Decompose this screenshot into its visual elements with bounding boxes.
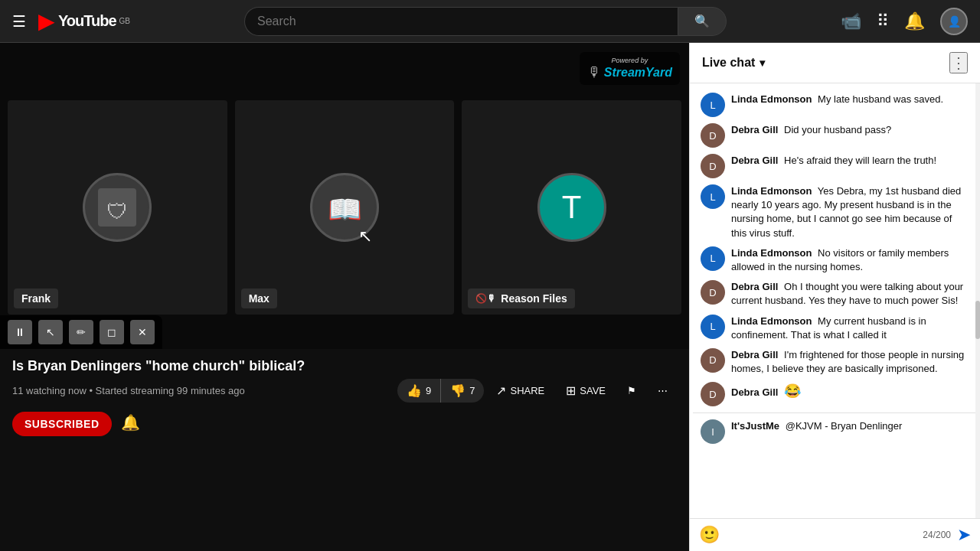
reason-files-name: Reason Files (501, 292, 567, 305)
chat-content: Linda Edmonson No visitors or family mem… (731, 246, 969, 274)
video-panel-frank: 🛡 Frank (8, 100, 227, 315)
save-icon: ⊞ (566, 383, 576, 398)
chat-username: Linda Edmonson (731, 93, 812, 105)
mute-icon: 🚫🎙 (475, 293, 496, 304)
subscribe-button[interactable]: SUBSCRIBED (12, 412, 112, 436)
chat-avatar: I (701, 419, 725, 444)
chat-input[interactable] (726, 530, 916, 541)
avatar[interactable]: 👤 (940, 8, 968, 35)
create-video-icon[interactable]: 📹 (841, 11, 861, 31)
flag-button[interactable]: ⚑ (618, 380, 645, 401)
chat-username: Debra Gill (731, 386, 778, 398)
video-player[interactable]: Powered by 🎙 StreamYard 🛡 (0, 43, 689, 349)
chat-scrollbar-thumb[interactable] (975, 301, 980, 339)
save-button[interactable]: ⊞ SAVE (557, 379, 615, 403)
topbar-right: 📹 ⠿ 🔔 👤 (841, 8, 968, 35)
search-area: 🔍 (244, 7, 727, 36)
frank-avatar-image: 🛡 (87, 177, 148, 238)
bell-icon[interactable]: 🔔 (121, 414, 140, 431)
chat-scrollbar-track[interactable] (975, 83, 980, 518)
youtube-play-icon: ▶ (38, 8, 55, 34)
dislike-button[interactable]: 👎 7 (441, 379, 484, 403)
video-area: Powered by 🎙 StreamYard 🛡 (0, 43, 689, 551)
pause-icon: ⏸ (15, 326, 25, 338)
chat-messages[interactable]: L Linda Edmonson My late husband was sav… (690, 83, 980, 518)
cursor-tool-icon: ↖ (46, 326, 55, 338)
send-button[interactable]: ➤ (957, 525, 971, 545)
chat-avatar: L (701, 315, 725, 339)
chat-avatar: L (701, 246, 725, 271)
search-button[interactable]: 🔍 (678, 7, 727, 36)
share-button[interactable]: ↗ SHARE (487, 379, 554, 403)
subscribed-label: SUBSCRIBED (24, 418, 100, 430)
close-toolbar-button[interactable]: ✕ (130, 320, 155, 344)
chat-text: My late husband was saved. (818, 93, 943, 105)
clear-tool-button[interactable]: ◻ (100, 320, 124, 344)
chat-avatar: L (701, 184, 725, 209)
search-icon: 🔍 (694, 14, 710, 28)
frank-name: Frank (21, 292, 51, 305)
menu-icon[interactable]: ☰ (12, 12, 26, 31)
svg-text:🛡: 🛡 (106, 200, 128, 223)
chat-avatar: D (701, 280, 725, 305)
chat-message: L Linda Edmonson My late husband was sav… (693, 90, 977, 120)
streamyard-icon: 🎙 (587, 64, 601, 80)
chat-message: D Debra Gill I'm frightened for those pe… (693, 345, 977, 379)
chat-text: He's afraid they will learn the truth! (784, 155, 936, 166)
flag-icon: ⚑ (627, 385, 636, 396)
chat-emoji: 😂 (784, 383, 801, 399)
clear-tool-icon: ◻ (107, 326, 116, 338)
chat-title-text: Live chat (702, 56, 755, 70)
chat-username: Linda Edmonson (731, 315, 812, 327)
subscribe-area: SUBSCRIBED 🔔 (0, 412, 689, 436)
chat-username: Debra Gill (731, 281, 778, 292)
video-info: Is Bryan Denlingers "home church" biblic… (0, 349, 689, 412)
chat-content: It'sJustMe @KJVM - Bryan Denlinger (731, 419, 969, 433)
more-icon: ⋯ (658, 385, 668, 396)
chat-username: Debra Gill (731, 155, 778, 166)
video-stats: 11 watching now • Started streaming 99 m… (12, 385, 245, 396)
playback-toolbar: ⏸ ↖ ✏ ◻ ✕ (0, 315, 162, 349)
chat-message: L Linda Edmonson My current husband is i… (693, 311, 977, 345)
reason-files-label: 🚫🎙 Reason Files (468, 289, 574, 308)
video-title: Is Bryan Denlingers "home church" biblic… (12, 358, 677, 374)
notifications-icon[interactable]: 🔔 (904, 11, 925, 31)
chat-panel: Live chat ▾ ⋮ L Linda Edmonson My late h… (689, 43, 980, 551)
chat-content: Debra Gill 😂 (731, 382, 969, 401)
chat-avatar: D (701, 123, 725, 148)
youtube-text: YouTube (58, 12, 116, 30)
chat-content: Linda Edmonson My current husband is in … (731, 315, 969, 342)
chat-message: D Debra Gill He's afraid they will learn… (693, 151, 977, 181)
like-icon: 👍 (407, 383, 422, 398)
action-bar: 👍 9 👎 7 ↗ SHARE ⊞ SAVE (397, 379, 677, 403)
chat-text: @KJVM - Bryan Denlinger (786, 420, 903, 432)
frank-label: Frank (14, 289, 58, 308)
chat-message: I It'sJustMe @KJVM - Bryan Denlinger (693, 416, 977, 447)
chat-more-button[interactable]: ⋮ (949, 52, 968, 73)
streamyard-badge: Powered by 🎙 StreamYard (580, 52, 680, 85)
frank-avatar: 🛡 (83, 173, 152, 242)
more-button[interactable]: ⋯ (648, 380, 677, 401)
streamyard-logo: StreamYard (604, 66, 672, 80)
emoji-button[interactable]: 🙂 (699, 525, 720, 545)
video-panels: 🛡 Frank 📖 Ma (0, 43, 689, 349)
pen-tool-button[interactable]: ✏ (69, 320, 93, 344)
chat-chevron-icon[interactable]: ▾ (760, 57, 765, 69)
chat-message: L Linda Edmonson No visitors or family m… (693, 243, 977, 277)
search-input[interactable] (244, 7, 678, 36)
chat-username: Debra Gill (731, 124, 778, 135)
video-panel-reason-files: T 🚫🎙 Reason Files (462, 100, 681, 315)
youtube-logo[interactable]: ▶ YouTube GB (38, 8, 130, 34)
like-button[interactable]: 👍 9 (397, 379, 441, 403)
pause-button[interactable]: ⏸ (8, 320, 32, 344)
chat-username: Linda Edmonson (731, 185, 812, 197)
chat-content: Debra Gill Did your husband pass? (731, 123, 969, 137)
video-panel-max: 📖 Max (235, 100, 455, 315)
chat-input-area: 🙂 24/200 ➤ (690, 518, 980, 551)
reason-files-initial: T (562, 189, 582, 226)
pen-tool-icon: ✏ (77, 326, 86, 338)
apps-icon[interactable]: ⠿ (877, 11, 889, 31)
share-icon: ↗ (496, 383, 506, 398)
chat-avatar: L (701, 93, 725, 117)
cursor-tool-button[interactable]: ↖ (38, 320, 63, 344)
